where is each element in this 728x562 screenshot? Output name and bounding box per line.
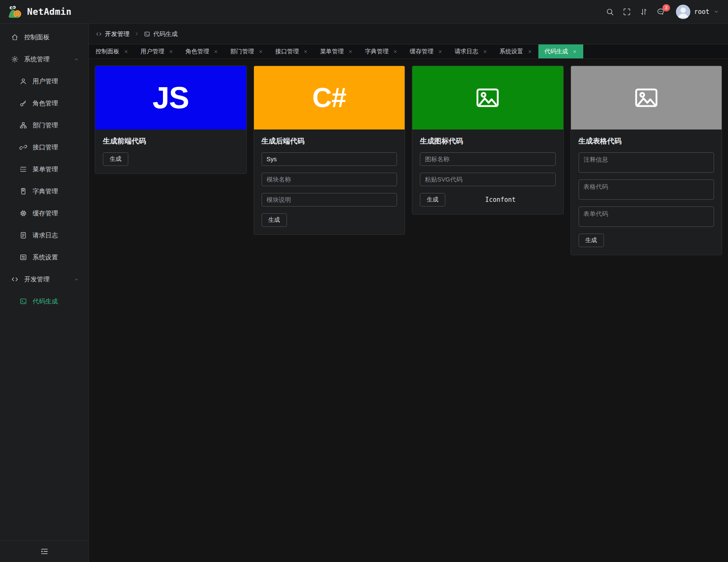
app-title: NetAdmin [27, 7, 72, 17]
close-icon[interactable] [258, 49, 263, 54]
sidebar-item-label: 代码生成 [33, 298, 58, 306]
breadcrumb-item-dev-management[interactable]: 开发管理 [96, 30, 130, 38]
sidebar-item-label: 开发管理 [24, 275, 50, 284]
icon-name-input[interactable] [420, 152, 556, 166]
sidebar-item-label: 请求日志 [33, 231, 58, 240]
close-icon[interactable] [483, 49, 488, 54]
svg-code-input[interactable] [420, 173, 556, 186]
tab[interactable]: 部门管理 [224, 44, 269, 58]
sidebar-item[interactable]: 开发管理 [0, 268, 88, 290]
tab-label: 角色管理 [185, 48, 209, 55]
tab-label: 系统设置 [499, 48, 523, 55]
tab-bar: 控制面板 用户管理 角色管理 部门管理 接口管理 菜单管理 字典管理 缓存管理 … [89, 44, 728, 59]
tab[interactable]: 接口管理 [269, 44, 314, 58]
close-icon[interactable] [348, 49, 353, 54]
frontend-card-banner: JS [95, 66, 246, 129]
sidebar-item[interactable]: 字典管理 [0, 180, 88, 202]
generate-icon-button[interactable]: 生成 [420, 193, 445, 207]
generate-frontend-button[interactable]: 生成 [103, 152, 128, 166]
close-icon[interactable] [393, 49, 398, 54]
sidebar-item[interactable]: 用户管理 [0, 70, 88, 92]
fullscreen-icon[interactable] [623, 8, 631, 16]
tab[interactable]: 菜单管理 [314, 44, 359, 58]
close-icon[interactable] [213, 49, 218, 54]
tab[interactable]: 控制面板 [90, 44, 135, 58]
tab-label: 请求日志 [455, 48, 478, 55]
comment-info-textarea[interactable] [579, 152, 714, 173]
sidebar: 控制面板 系统管理 用户管理 角色管理 部门管理 接口管理 菜单管理 字典管理 … [0, 24, 89, 562]
tab[interactable]: 请求日志 [449, 44, 494, 58]
tab[interactable]: 代码生成 [538, 44, 583, 58]
breadcrumb-item-code-generation[interactable]: 代码生成 [144, 30, 178, 38]
close-icon[interactable] [303, 49, 308, 54]
sidebar-item[interactable]: 系统设置 [0, 246, 88, 268]
card-generate-frontend: JS 生成前端代码 生成 [95, 66, 247, 174]
search-icon[interactable] [606, 8, 614, 16]
tab-label: 控制面板 [96, 48, 119, 55]
card-generate-icon: 生成图标代码 生成 Iconfont [412, 66, 564, 215]
collapse-sidebar-icon[interactable] [40, 547, 49, 556]
generate-table-button[interactable]: 生成 [579, 234, 604, 247]
tab-label: 缓存管理 [410, 48, 433, 55]
close-icon[interactable] [572, 49, 577, 54]
sidebar-item-label: 系统设置 [33, 253, 58, 262]
user-icon [19, 77, 27, 85]
generate-backend-button[interactable]: 生成 [262, 213, 287, 227]
tab[interactable]: 字典管理 [359, 44, 404, 58]
table-code-textarea[interactable] [579, 179, 714, 200]
terminal-icon [19, 298, 27, 305]
book-icon [19, 187, 27, 195]
sidebar-item-label: 字典管理 [33, 187, 58, 196]
sidebar-item[interactable]: 缓存管理 [0, 202, 88, 224]
sidebar-item[interactable]: 系统管理 [0, 48, 88, 70]
snail-logo [7, 5, 23, 19]
settings-icon [19, 253, 27, 261]
sidebar-item[interactable]: 部门管理 [0, 114, 88, 136]
chevron-up-icon [74, 277, 79, 282]
table-card-banner [571, 66, 722, 129]
app-logo[interactable]: NetAdmin [7, 5, 72, 19]
code-icon [11, 275, 19, 283]
sidebar-item[interactable]: 代码生成 [0, 290, 88, 312]
module-name-input[interactable] [262, 173, 397, 186]
close-icon[interactable] [168, 49, 174, 54]
close-icon[interactable] [438, 49, 443, 54]
form-code-textarea[interactable] [579, 207, 714, 227]
sidebar-item-label: 缓存管理 [33, 209, 58, 218]
sidebar-item-label: 菜单管理 [33, 165, 58, 174]
card-title: 生成图标代码 [420, 136, 556, 146]
tab-label: 接口管理 [275, 48, 299, 55]
tab-label: 字典管理 [365, 48, 389, 55]
breadcrumb: 开发管理 代码生成 [89, 24, 728, 44]
sidebar-item[interactable]: 接口管理 [0, 136, 88, 158]
sidebar-item-label: 控制面板 [24, 33, 50, 41]
user-menu[interactable]: root [676, 5, 720, 19]
sidebar-item[interactable]: 请求日志 [0, 224, 88, 246]
sidebar-item[interactable]: 控制面板 [0, 26, 88, 48]
notifications-button[interactable]: 3 [656, 8, 665, 16]
api-icon [19, 143, 27, 151]
tab[interactable]: 用户管理 [135, 44, 179, 58]
iconfont-link[interactable]: Iconfont [445, 196, 556, 204]
module-description-input[interactable] [262, 193, 397, 207]
tab-label: 部门管理 [230, 48, 254, 55]
sidebar-footer [0, 540, 88, 562]
picture-icon [474, 84, 501, 111]
chevron-down-icon [713, 8, 720, 15]
home-icon [11, 33, 19, 41]
card-title: 生成后端代码 [262, 136, 397, 146]
app-header: NetAdmin 3 root [0, 0, 728, 24]
card-generate-backend: C# 生成后端代码 生成 [254, 66, 405, 235]
sort-icon[interactable] [640, 8, 648, 16]
tab[interactable]: 角色管理 [179, 44, 224, 58]
content: JS 生成前端代码 生成 C# 生成后端代码 [89, 59, 728, 562]
close-icon[interactable] [124, 49, 129, 54]
tab[interactable]: 缓存管理 [404, 44, 449, 58]
close-icon[interactable] [527, 49, 532, 54]
js-logo: JS [152, 80, 189, 115]
sidebar-item[interactable]: 菜单管理 [0, 158, 88, 180]
tab[interactable]: 系统设置 [494, 44, 538, 58]
card-title: 生成表格代码 [579, 136, 714, 146]
sidebar-item[interactable]: 角色管理 [0, 92, 88, 114]
module-prefix-input[interactable] [262, 152, 397, 166]
